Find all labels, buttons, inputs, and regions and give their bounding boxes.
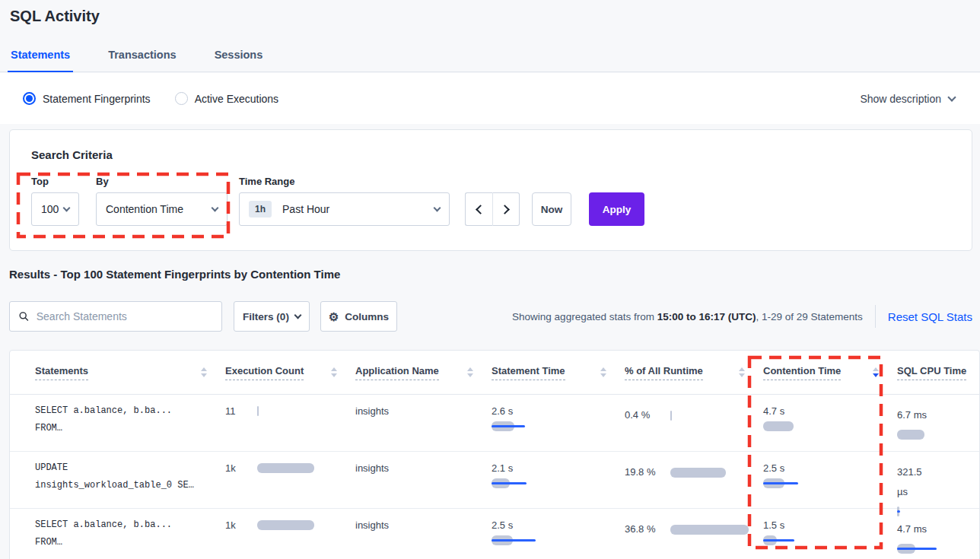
top-label: Top bbox=[31, 176, 49, 187]
stats-summary-bar: Showing aggregated stats from 15:00 to 1… bbox=[512, 301, 972, 332]
apply-button[interactable]: Apply bbox=[589, 192, 644, 226]
application-name-cell: insights bbox=[355, 452, 492, 474]
table-row: SELECT a.balance, b.ba... FROM… 1k insig… bbox=[10, 509, 979, 559]
pct-runtime-bar bbox=[670, 468, 726, 478]
chevron-down-icon bbox=[63, 204, 71, 211]
columns-label: Columns bbox=[345, 311, 389, 322]
tab-transactions[interactable]: Transactions bbox=[105, 49, 179, 71]
search-criteria-heading: Search Criteria bbox=[31, 148, 113, 161]
search-criteria-panel: Search Criteria Top 100 By Contention Ti… bbox=[9, 129, 972, 251]
col-header-execution-count[interactable]: Execution Count bbox=[225, 365, 355, 380]
sql-cpu-time-bar bbox=[897, 507, 900, 516]
execution-count-bar bbox=[257, 520, 314, 530]
contention-time-bar bbox=[763, 421, 794, 431]
reset-sql-stats-link[interactable]: Reset SQL Stats bbox=[888, 310, 972, 323]
execution-count-cell: 1k bbox=[225, 452, 355, 474]
radio-selected-icon bbox=[23, 92, 36, 105]
tab-statements[interactable]: Statements bbox=[8, 49, 73, 72]
sort-icon[interactable] bbox=[739, 367, 745, 377]
time-range-step-buttons bbox=[465, 192, 520, 226]
filters-label: Filters (0) bbox=[243, 311, 289, 322]
by-select[interactable]: Contention Time bbox=[96, 192, 228, 226]
execution-count-bar bbox=[257, 463, 314, 473]
sql-cpu-time-cell: 4.7 ms bbox=[897, 509, 979, 554]
sort-icon[interactable] bbox=[331, 367, 337, 377]
col-header-contention-time[interactable]: Contention Time bbox=[763, 365, 897, 380]
sql-cpu-time-cell: 6.7 ms bbox=[897, 395, 979, 440]
statement-link[interactable]: SELECT a.balance, b.ba... FROM… bbox=[35, 395, 225, 437]
radio-active-executions[interactable]: Active Executions bbox=[175, 92, 279, 105]
contention-time-bar bbox=[763, 535, 794, 545]
table-header-row: Statements Execution Count Application N… bbox=[10, 351, 979, 395]
statements-table: Statements Execution Count Application N… bbox=[9, 350, 980, 559]
execution-count-cell: 1k bbox=[225, 509, 355, 531]
showing-stats-text: Showing aggregated stats from 15:00 to 1… bbox=[512, 311, 863, 322]
radio-label: Statement Fingerprints bbox=[43, 93, 151, 105]
columns-button[interactable]: ⚙ Columns bbox=[320, 301, 397, 332]
prev-time-button[interactable] bbox=[465, 192, 492, 226]
chevron-right-icon bbox=[500, 205, 510, 214]
time-range-badge: 1h bbox=[249, 201, 272, 218]
next-time-button[interactable] bbox=[492, 192, 520, 226]
search-icon bbox=[19, 311, 29, 322]
statement-time-bar bbox=[492, 478, 527, 488]
contention-time-bar bbox=[763, 478, 798, 488]
by-label: By bbox=[96, 176, 109, 187]
radio-label: Active Executions bbox=[195, 93, 279, 105]
application-name-cell: insights bbox=[355, 395, 492, 417]
view-toggle-bar: Statement Fingerprints Active Executions… bbox=[0, 73, 980, 124]
chevron-down-icon bbox=[947, 93, 956, 101]
radio-statement-fingerprints[interactable]: Statement Fingerprints bbox=[23, 92, 151, 105]
by-select-value: Contention Time bbox=[106, 203, 183, 215]
statement-time-cell: 2.1 s bbox=[492, 452, 625, 488]
sort-icon[interactable] bbox=[467, 367, 473, 377]
top-select-value: 100 bbox=[41, 203, 59, 215]
show-description-toggle[interactable]: Show description bbox=[860, 93, 955, 105]
statement-time-bar bbox=[492, 421, 525, 431]
pct-runtime-cell: 36.8 % bbox=[625, 509, 763, 539]
results-heading: Results - Top 100 Statement Fingerprints… bbox=[9, 268, 340, 281]
time-range-label: Time Range bbox=[239, 176, 294, 187]
contention-time-cell: 2.5 s bbox=[763, 452, 897, 488]
execution-count-cell: 11 bbox=[225, 395, 355, 417]
col-header-pct-runtime[interactable]: % of All Runtime bbox=[625, 365, 763, 380]
sort-icon-active[interactable] bbox=[873, 367, 879, 377]
pct-runtime-cell: 19.8 % bbox=[625, 452, 763, 482]
sort-icon[interactable] bbox=[600, 367, 606, 377]
show-description-label: Show description bbox=[860, 93, 941, 105]
statement-time-bar bbox=[492, 535, 536, 545]
sort-icon[interactable] bbox=[201, 367, 207, 377]
execution-count-bar bbox=[257, 406, 259, 416]
col-header-statements[interactable]: Statements bbox=[35, 365, 225, 380]
chevron-down-icon bbox=[434, 204, 441, 211]
time-range-value: Past Hour bbox=[282, 203, 329, 215]
tab-sessions[interactable]: Sessions bbox=[212, 49, 266, 71]
col-header-statement-time[interactable]: Statement Time bbox=[492, 365, 625, 380]
chevron-left-icon bbox=[476, 205, 485, 214]
statement-link[interactable]: SELECT a.balance, b.ba... FROM… bbox=[35, 509, 225, 551]
top-select[interactable]: 100 bbox=[31, 192, 79, 226]
table-row: UPDATE insights_workload_table_0 SE… 1k … bbox=[10, 452, 979, 509]
radio-unselected-icon bbox=[175, 92, 188, 105]
table-row: SELECT a.balance, b.ba... FROM… 11 insig… bbox=[10, 395, 979, 452]
col-header-sql-cpu-time[interactable]: SQL CPU Time bbox=[897, 365, 979, 380]
search-statements-box bbox=[9, 301, 222, 332]
statement-link[interactable]: UPDATE insights_workload_table_0 SE… bbox=[35, 452, 225, 494]
chevron-down-icon bbox=[294, 311, 301, 319]
divider bbox=[875, 305, 876, 328]
time-range-select[interactable]: 1h Past Hour bbox=[239, 192, 450, 226]
contention-time-cell: 1.5 s bbox=[763, 509, 897, 545]
sql-cpu-time-bar bbox=[897, 544, 937, 554]
application-name-cell: insights bbox=[355, 509, 492, 531]
col-header-application-name[interactable]: Application Name bbox=[355, 365, 492, 380]
sql-cpu-time-cell: 321.5 µs bbox=[897, 452, 979, 516]
search-statements-input[interactable] bbox=[37, 310, 212, 322]
filters-button[interactable]: Filters (0) bbox=[234, 301, 310, 332]
statement-time-cell: 2.6 s bbox=[492, 395, 625, 431]
pct-runtime-bar bbox=[670, 525, 749, 535]
tab-bar: Statements Transactions Sessions bbox=[0, 43, 980, 72]
now-button[interactable]: Now bbox=[532, 192, 571, 226]
contention-time-cell: 4.7 s bbox=[763, 395, 897, 431]
statement-time-cell: 2.5 s bbox=[492, 509, 625, 545]
chevron-down-icon bbox=[212, 204, 219, 211]
